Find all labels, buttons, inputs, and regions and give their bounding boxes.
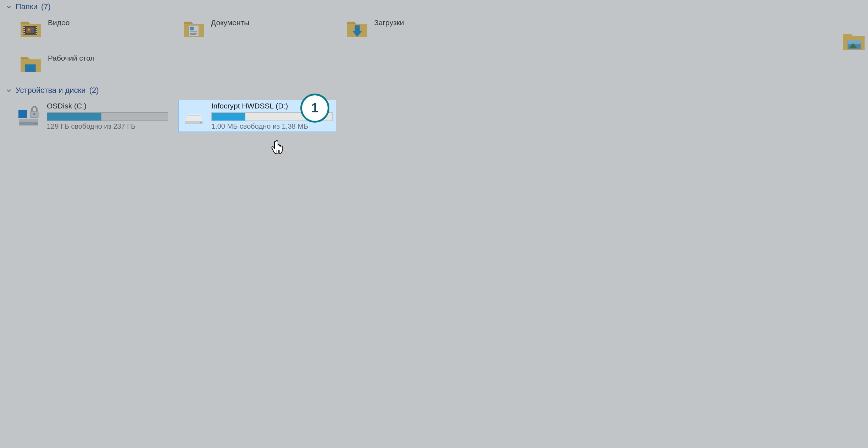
section-drives-count: (2) [89,86,99,95]
svg-rect-9 [36,31,37,32]
drive-osdisk-name: OSDisk (C:) [47,101,169,110]
folder-documents[interactable]: Документы [182,15,345,47]
svg-rect-5 [23,31,25,32]
svg-rect-4 [23,29,25,30]
folder-desktop-icon [19,52,42,75]
svg-rect-29 [23,114,27,118]
folder-downloads-label: Загрузки [374,15,404,27]
svg-rect-6 [23,33,25,34]
section-folders-count: (7) [41,2,51,11]
drives-row: OSDisk (C:) 129 ГБ свободно из 237 ГБ In… [0,99,868,132]
folder-documents-label: Документы [211,15,249,27]
drive-osdisk[interactable]: OSDisk (C:) 129 ГБ свободно из 237 ГБ [14,100,172,132]
drive-infocrypt-free: 1,00 МБ свободно из 1,38 МБ [211,122,333,130]
svg-rect-13 [31,29,34,33]
section-drives-title: Устройства и диски [16,86,86,95]
svg-rect-3 [23,27,25,28]
drive-osdisk-free: 129 ГБ свободно из 237 ГБ [47,122,169,130]
svg-rect-8 [36,29,37,30]
hand-cursor-icon [271,140,285,156]
folder-videos[interactable]: Видео [19,15,182,47]
folder-desktop[interactable]: Рабочий стол [19,50,182,82]
callout-badge-1: 1 [300,94,329,123]
svg-rect-7 [36,27,37,28]
svg-marker-35 [185,114,203,121]
folder-documents-icon [182,17,205,40]
drive-infocrypt-icon [182,103,206,128]
svg-point-34 [33,113,35,115]
folder-pictures-partial[interactable] [840,28,868,53]
svg-rect-10 [36,33,37,34]
svg-point-38 [200,122,201,123]
section-drives-header[interactable]: Устройства и диски (2) [0,84,868,99]
drive-osdisk-icon [17,103,42,128]
svg-point-27 [35,123,36,124]
folder-videos-icon [19,17,42,40]
svg-rect-21 [25,65,35,72]
folder-desktop-label: Рабочий стол [48,50,95,62]
callout-number: 1 [311,101,318,116]
svg-rect-19 [355,25,360,31]
folder-downloads-icon [345,17,368,40]
section-folders-title: Папки [16,2,38,11]
svg-rect-15 [190,27,194,30]
folder-videos-label: Видео [48,15,69,27]
folders-grid: Видео Документы [0,15,868,82]
chevron-down-icon [6,87,12,94]
chevron-down-icon [6,4,12,10]
folder-downloads[interactable]: Загрузки [345,15,508,47]
explorer-view: Папки (7) Видео [0,0,868,448]
svg-rect-32 [23,110,27,114]
svg-rect-28 [18,114,23,118]
svg-point-12 [28,29,30,31]
svg-rect-31 [18,110,23,114]
drive-osdisk-bar [47,112,168,121]
section-folders-header[interactable]: Папки (7) [0,0,868,15]
svg-rect-23 [848,40,861,44]
